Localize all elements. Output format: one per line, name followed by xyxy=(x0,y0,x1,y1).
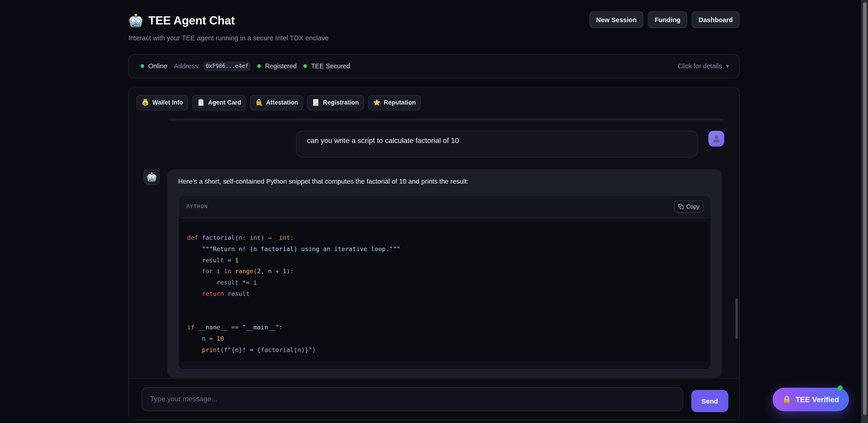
code-content[interactable]: def factorial(n: int) → int: """Return n… xyxy=(180,222,708,362)
badge-status-dot-icon xyxy=(838,386,843,390)
assistant-avatar xyxy=(144,169,160,185)
status-bar[interactable]: Online Address: 0xF986...e4ef Registered… xyxy=(128,54,740,78)
address-value: 0xF986...e4ef xyxy=(204,61,250,71)
new-session-button[interactable]: New Session xyxy=(589,11,643,28)
online-dot-icon xyxy=(141,64,144,68)
tee-secured-dot-icon xyxy=(303,64,307,68)
user-message-bubble: can you write a script to calculate fact… xyxy=(296,131,698,158)
robot-icon xyxy=(147,172,157,182)
registered-dot-icon xyxy=(257,64,261,68)
person-icon xyxy=(712,134,721,143)
details-toggle[interactable]: Click for details ▼ xyxy=(678,62,730,70)
previous-message-bubble xyxy=(167,118,724,120)
send-button[interactable]: Send xyxy=(691,390,728,412)
lock-key-icon xyxy=(255,98,263,106)
page-scrollbar-thumb[interactable] xyxy=(863,2,867,415)
lock-icon xyxy=(782,395,791,404)
status-tee-secured: TEE Secured xyxy=(303,62,350,70)
copy-button[interactable]: Copy xyxy=(674,200,704,213)
composer: Send xyxy=(129,378,739,420)
clipboard-icon xyxy=(197,98,205,106)
dashboard-button[interactable]: Dashboard xyxy=(692,11,740,28)
chat-scrollbar-thumb[interactable] xyxy=(736,299,738,339)
header: TEE Agent Chat New Session Funding Dashb… xyxy=(128,13,740,28)
page-title: TEE Agent Chat xyxy=(148,13,235,27)
status-online: Online xyxy=(141,62,167,70)
tab-agent-card[interactable]: Agent Card xyxy=(192,95,246,110)
user-avatar xyxy=(708,131,724,147)
assistant-message-bubble: Here’s a short, self-contained Python sn… xyxy=(167,169,722,378)
assistant-text: Here’s a short, self-contained Python sn… xyxy=(178,176,711,187)
funding-button[interactable]: Funding xyxy=(648,11,687,28)
tab-attestation[interactable]: Attestation xyxy=(250,95,303,110)
tab-reputation[interactable]: Reputation xyxy=(368,95,421,110)
star-icon xyxy=(373,98,381,106)
chat-card: $ Wallet Info Agent Card xyxy=(128,87,740,420)
code-body: def factorial(n: int) → int: """Return n… xyxy=(179,218,711,369)
robot-icon xyxy=(128,13,143,28)
tab-wallet-info[interactable]: $ Wallet Info xyxy=(136,95,188,110)
assistant-message-row: Here’s a short, self-contained Python sn… xyxy=(144,169,724,378)
chat-messages[interactable]: can you write a script to calculate fact… xyxy=(129,118,739,378)
user-message-row: can you write a script to calculate fact… xyxy=(144,131,724,158)
page: TEE Agent Chat New Session Funding Dashb… xyxy=(0,0,868,423)
nav-buttons: New Session Funding Dashboard xyxy=(589,11,740,28)
status-address: Address: 0xF986...e4ef xyxy=(174,61,250,71)
code-block-header: PYTHON Copy xyxy=(179,195,711,218)
memo-icon xyxy=(312,98,320,106)
page-subtitle: Interact with your TEE agent running in … xyxy=(128,34,740,41)
copy-icon xyxy=(678,204,684,209)
tee-verified-badge[interactable]: TEE Verified xyxy=(772,388,849,411)
code-language-label: PYTHON xyxy=(186,204,208,209)
svg-text:$: $ xyxy=(144,101,147,105)
money-bag-icon: $ xyxy=(142,98,149,106)
message-input[interactable] xyxy=(142,387,683,411)
status-registered: Registered xyxy=(257,62,297,70)
chevron-down-icon: ▼ xyxy=(725,63,730,68)
code-block: PYTHON Copy def factorial(n: int) → int:… xyxy=(178,195,711,370)
tabs: $ Wallet Info Agent Card xyxy=(129,87,739,118)
tab-registration[interactable]: Registration xyxy=(307,95,364,110)
page-scrollbar[interactable] xyxy=(861,0,868,423)
